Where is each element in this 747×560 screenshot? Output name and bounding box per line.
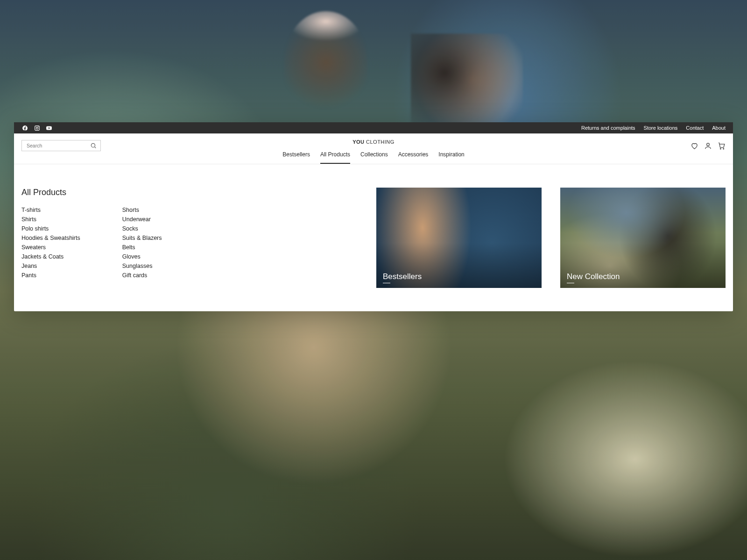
category-link[interactable]: Hoodies & Sweatshirts [21, 235, 80, 241]
svg-point-3 [91, 143, 95, 147]
category-link[interactable]: Shorts [122, 207, 162, 213]
promo-label: New Collection [567, 272, 620, 281]
facebook-icon[interactable] [21, 125, 28, 131]
nav-tab-bestsellers[interactable]: Bestsellers [282, 151, 310, 164]
search-input[interactable] [27, 143, 90, 148]
category-link[interactable]: Jeans [21, 263, 80, 269]
utility-link-stores[interactable]: Store locations [644, 125, 678, 131]
utility-link-returns[interactable]: Returns and complaints [581, 125, 635, 131]
instagram-icon[interactable] [34, 125, 40, 131]
mega-menu-title: All Products [21, 188, 359, 197]
category-link[interactable]: Jackets & Coats [21, 253, 80, 260]
category-link[interactable]: Gloves [122, 253, 162, 260]
search-icon[interactable] [90, 142, 97, 149]
nav-tab-collections[interactable]: Collections [360, 151, 388, 164]
svg-point-7 [723, 148, 724, 149]
promo-card-new-collection[interactable]: New Collection [560, 188, 726, 288]
account-icon[interactable] [704, 142, 712, 150]
utility-links: Returns and complaints Store locations C… [581, 125, 726, 131]
promo-label: Bestsellers [383, 272, 422, 281]
category-link[interactable]: Pants [21, 272, 80, 279]
category-link[interactable]: Socks [122, 225, 162, 232]
utility-link-about[interactable]: About [712, 125, 726, 131]
logo-light: CLOTHING [366, 139, 395, 145]
youtube-icon[interactable] [46, 125, 52, 131]
svg-point-5 [707, 143, 710, 146]
utility-link-contact[interactable]: Contact [686, 125, 704, 131]
site-logo[interactable]: YOU CLOTHING [352, 139, 395, 145]
main-header: YOU CLOTHING Bestsellers All Products Co… [14, 133, 733, 164]
utility-bar: Returns and complaints Store locations C… [14, 122, 733, 133]
category-link[interactable]: Sweaters [21, 244, 80, 251]
svg-point-1 [36, 127, 38, 129]
category-link[interactable]: Sunglasses [122, 263, 162, 269]
svg-point-6 [720, 148, 721, 149]
category-link[interactable]: Polo shirts [21, 225, 80, 232]
category-list-2: Shorts Underwear Socks Suits & Blazers B… [122, 207, 162, 279]
category-link[interactable]: Suits & Blazers [122, 235, 162, 241]
promo-underline [383, 283, 390, 284]
category-link[interactable]: Shirts [21, 216, 80, 223]
promo-underline [567, 283, 574, 284]
category-link[interactable]: Belts [122, 244, 162, 251]
mega-menu: All Products T-shirts Shirts Polo shirts… [14, 164, 733, 311]
nav-tab-accessories[interactable]: Accessories [398, 151, 429, 164]
svg-line-4 [95, 147, 96, 148]
category-list-1: T-shirts Shirts Polo shirts Hoodies & Sw… [21, 207, 80, 279]
category-link[interactable]: Underwear [122, 216, 162, 223]
category-link[interactable]: T-shirts [21, 207, 80, 213]
promo-card-bestsellers[interactable]: Bestsellers [376, 188, 542, 288]
nav-tab-inspiration[interactable]: Inspiration [438, 151, 464, 164]
cart-icon[interactable] [718, 142, 726, 150]
wishlist-icon[interactable] [691, 142, 698, 150]
logo-bold: YOU [352, 139, 364, 145]
category-link[interactable]: Gift cards [122, 272, 162, 279]
search-field[interactable] [21, 140, 101, 151]
primary-nav: Bestsellers All Products Collections Acc… [282, 151, 464, 164]
svg-rect-0 [35, 126, 39, 130]
svg-point-2 [38, 126, 38, 126]
site-header-megamenu-panel: Returns and complaints Store locations C… [14, 122, 733, 311]
nav-tab-all-products[interactable]: All Products [320, 151, 350, 164]
